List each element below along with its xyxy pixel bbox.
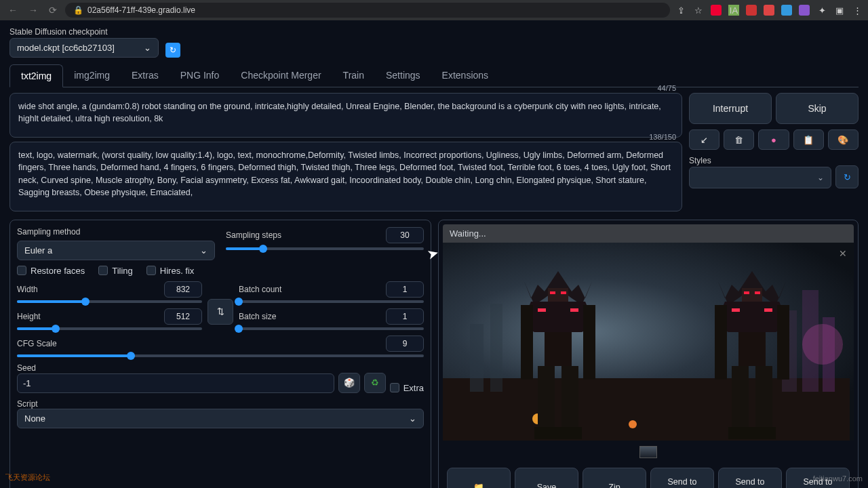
hires-fix-check[interactable]: Hires. fix bbox=[146, 266, 195, 276]
output-image[interactable]: ✕ bbox=[443, 243, 854, 441]
ext-icon-3[interactable] bbox=[764, 5, 774, 16]
clear-button[interactable]: 🗑 bbox=[724, 129, 754, 150]
tab-txt2img[interactable]: txt2img bbox=[9, 64, 63, 87]
generation-params: Sampling method Euler a ⌄ Sampling steps… bbox=[9, 220, 431, 488]
tab-img2img[interactable]: img2img bbox=[63, 64, 121, 87]
chevron-down-icon: ⌄ bbox=[200, 245, 208, 256]
reload-icon[interactable]: ⟳ bbox=[46, 3, 60, 17]
tab-train[interactable]: Train bbox=[332, 64, 375, 87]
forward-icon[interactable]: → bbox=[26, 3, 41, 17]
seed-input[interactable]: -1 bbox=[17, 373, 334, 393]
reuse-seed-button[interactable]: ♻ bbox=[364, 373, 386, 393]
sampling-steps-slider[interactable] bbox=[226, 247, 424, 250]
svg-rect-16 bbox=[521, 305, 533, 380]
prompt-token-count: 44/75 bbox=[657, 84, 676, 92]
svg-rect-21 bbox=[558, 427, 582, 439]
thumbnail-row bbox=[443, 441, 854, 464]
url-bar[interactable]: 🔒 02a56ff4-71ff-439e.gradio.live bbox=[65, 3, 670, 18]
ext-icon-4[interactable] bbox=[781, 5, 792, 16]
checkpoint-select[interactable]: model.ckpt [cc6cb27103] ⌄ bbox=[9, 38, 159, 58]
batch-size-slider[interactable] bbox=[239, 327, 424, 330]
sampling-steps-label: Sampling steps bbox=[226, 230, 281, 240]
quick-action-row: ↙ 🗑 ● 📋 🎨 bbox=[689, 129, 859, 150]
negative-prompt-input[interactable]: 138/150 text, logo, watermark, (worst qu… bbox=[9, 142, 682, 211]
svg-rect-32 bbox=[728, 427, 752, 439]
star-icon[interactable]: ☆ bbox=[693, 5, 704, 16]
svg-rect-17 bbox=[583, 305, 595, 380]
svg-rect-11 bbox=[550, 291, 555, 294]
ext-icon-1[interactable] bbox=[711, 5, 722, 16]
send-to-img2img-button[interactable]: Send to img2img bbox=[650, 468, 714, 488]
svg-rect-18 bbox=[538, 366, 555, 434]
share-icon[interactable]: ⇪ bbox=[675, 5, 686, 16]
svg-rect-20 bbox=[534, 427, 558, 439]
app-root: Stable Diffusion checkpoint model.ckpt [… bbox=[0, 20, 868, 488]
cfg-value[interactable]: 9 bbox=[386, 336, 424, 352]
cfg-slider[interactable] bbox=[17, 354, 424, 357]
batch-count-value[interactable]: 1 bbox=[386, 281, 424, 298]
tab-settings[interactable]: Settings bbox=[375, 64, 431, 87]
output-buttons: 📁 Save Zip Send to img2img Send to inpai… bbox=[443, 464, 854, 488]
save-style-button[interactable]: 🎨 bbox=[828, 129, 859, 150]
height-label: Height bbox=[17, 312, 41, 321]
script-select[interactable]: None ⌄ bbox=[17, 409, 424, 428]
menu-icon[interactable]: ⋮ bbox=[852, 5, 863, 16]
height-slider[interactable] bbox=[17, 327, 202, 330]
skip-button[interactable]: Skip bbox=[776, 93, 859, 124]
svg-rect-13 bbox=[538, 308, 546, 312]
svg-rect-26 bbox=[764, 308, 772, 312]
checkpoint-row: Stable Diffusion checkpoint model.ckpt [… bbox=[9, 27, 859, 58]
batch-count-label: Batch count bbox=[239, 285, 281, 294]
zip-button[interactable]: Zip bbox=[583, 468, 646, 488]
thumbnail[interactable] bbox=[639, 446, 657, 458]
back-icon[interactable]: ← bbox=[5, 3, 20, 17]
tiling-check[interactable]: Tiling bbox=[98, 266, 133, 276]
clipboard-button[interactable]: 📋 bbox=[793, 129, 824, 150]
browser-chrome: ← → ⟳ 🔒 02a56ff4-71ff-439e.gradio.live ⇪… bbox=[0, 0, 868, 20]
paste-button[interactable]: ↙ bbox=[689, 129, 719, 150]
send-to-inpaint-button[interactable]: Send to inpaint bbox=[718, 468, 782, 488]
ext-icon-ia[interactable]: IA bbox=[728, 5, 739, 16]
tab-checkpoint-merger[interactable]: Checkpoint Merger bbox=[230, 64, 332, 87]
puzzle-icon[interactable]: ✦ bbox=[816, 5, 827, 16]
sampling-steps-value[interactable]: 30 bbox=[386, 227, 424, 243]
sampling-method-select[interactable]: Euler a ⌄ bbox=[17, 241, 215, 260]
lock-icon: 🔒 bbox=[73, 5, 83, 15]
random-seed-button[interactable]: 🎲 bbox=[338, 373, 360, 393]
extra-seed-check[interactable]: Extra bbox=[390, 383, 424, 393]
prompt-row: 44/75 wide shot angle, a (gundam:0.8) ro… bbox=[9, 93, 859, 216]
tab-extensions[interactable]: Extensions bbox=[431, 64, 499, 87]
batch-size-value[interactable]: 1 bbox=[386, 308, 424, 325]
restore-faces-check[interactable]: Restore faces bbox=[17, 266, 85, 276]
panel-icon[interactable]: ▣ bbox=[834, 5, 845, 16]
apply-style-button[interactable]: ↻ bbox=[835, 165, 859, 188]
interrupt-button[interactable]: Interrupt bbox=[689, 93, 772, 124]
swap-dimensions-button[interactable]: ⇅ bbox=[208, 299, 233, 325]
svg-rect-12 bbox=[561, 291, 566, 294]
ext-icon-5[interactable] bbox=[799, 5, 810, 16]
checkpoint-value: model.ckpt [cc6cb27103] bbox=[17, 43, 115, 53]
ext-icon-2[interactable] bbox=[746, 5, 757, 16]
svg-rect-33 bbox=[752, 427, 776, 439]
height-value[interactable]: 512 bbox=[164, 308, 202, 325]
cfg-label: CFG Scale bbox=[17, 339, 57, 348]
tab-png-info[interactable]: PNG Info bbox=[170, 64, 231, 87]
tab-extras[interactable]: Extras bbox=[121, 64, 170, 87]
save-button[interactable]: Save bbox=[515, 468, 578, 488]
svg-rect-14 bbox=[570, 308, 578, 312]
batch-count-slider[interactable] bbox=[239, 300, 424, 303]
extra-networks-button[interactable]: ● bbox=[758, 129, 789, 150]
width-value[interactable]: 832 bbox=[164, 281, 202, 298]
checkbox-row: Restore faces Tiling Hires. fix bbox=[17, 266, 424, 276]
sampling-method-label: Sampling method bbox=[17, 227, 215, 237]
svg-rect-25 bbox=[732, 308, 740, 312]
width-slider[interactable] bbox=[17, 300, 202, 303]
styles-select[interactable]: ⌄ bbox=[689, 167, 831, 188]
chevron-down-icon: ⌄ bbox=[144, 43, 151, 53]
prompt-input[interactable]: 44/75 wide shot angle, a (gundam:0.8) ro… bbox=[9, 93, 682, 138]
refresh-checkpoint-button[interactable]: ↻ bbox=[165, 43, 180, 58]
open-folder-button[interactable]: 📁 bbox=[447, 468, 511, 488]
styles-label: Styles bbox=[689, 156, 711, 165]
svg-rect-23 bbox=[744, 291, 749, 294]
script-value: None bbox=[24, 413, 45, 424]
